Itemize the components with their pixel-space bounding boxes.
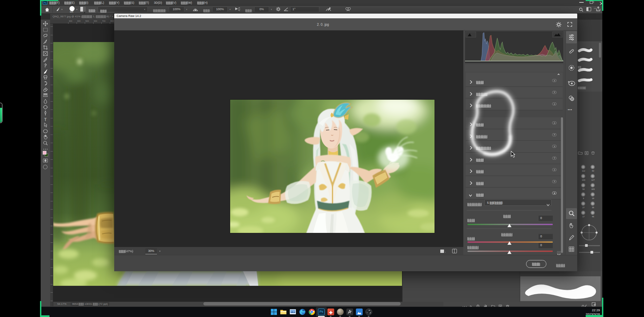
svg-text:T: T bbox=[44, 117, 47, 122]
